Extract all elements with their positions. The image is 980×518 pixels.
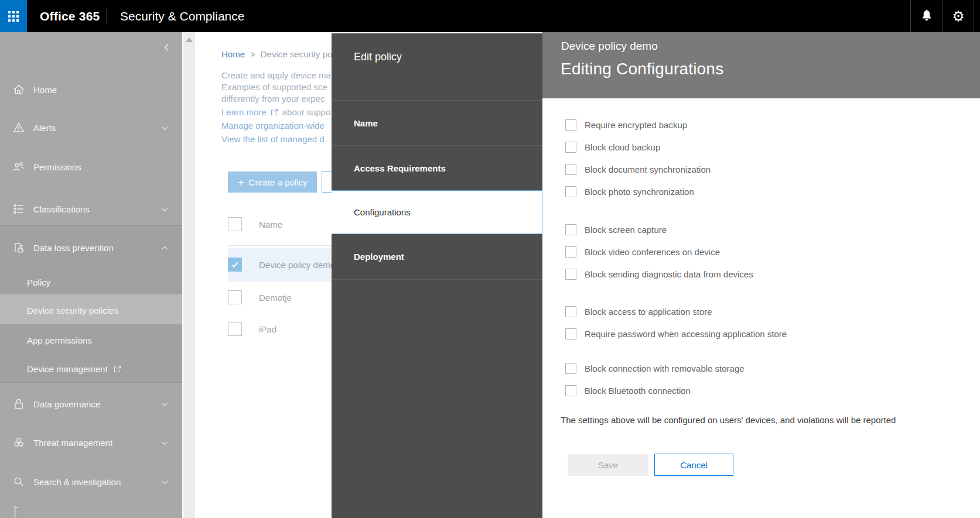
security-compliance-app: Home > Device security polic Create and … (0, 0, 980, 518)
manage-org-devices-link[interactable]: Manage organization-wide (221, 119, 325, 131)
list-icon (12, 203, 25, 215)
edit-policy-title: Edit policy (354, 49, 402, 65)
settings-footer-note: The settings above will be configured on… (561, 415, 896, 425)
intro-text-line: Examples of supported sce (221, 81, 327, 92)
sidebar-item-data-loss-prevention[interactable]: Data loss prevention (0, 239, 182, 256)
checkbox[interactable] (565, 186, 576, 197)
checkbox[interactable] (565, 306, 576, 317)
config-option: Require encrypted backup (565, 114, 687, 136)
top-app-bar: Office 365 Security & Compliance ⚙ (0, 0, 980, 32)
edit-nav-configurations-selected[interactable]: Configurations (332, 190, 542, 234)
lock-icon (12, 397, 25, 410)
sidebar-item-partial-bottom[interactable] (0, 505, 182, 518)
panel-header: Device policy demo Editing Configuration… (542, 32, 980, 98)
product-title: Security & Compliance (120, 0, 244, 32)
brand-title[interactable]: Office 365 (40, 0, 100, 32)
app-launcher-button[interactable] (0, 0, 27, 32)
checkbox[interactable] (565, 164, 576, 175)
intro-text-line: Create and apply device ma (221, 69, 331, 81)
checkbox[interactable] (565, 269, 576, 280)
sidebar-item-threat-management[interactable]: Threat management (0, 434, 182, 451)
config-option: Block Bluetooth connection (565, 379, 691, 402)
divider (332, 279, 542, 280)
breadcrumb-current: Device security polic (261, 49, 341, 59)
gear-icon: ⚙ (952, 9, 965, 23)
config-option: Require password when accessing applicat… (565, 323, 787, 345)
config-option: Block access to application store (565, 300, 712, 323)
edit-policy-panel: Edit policy Name Access Requirements Con… (332, 33, 542, 518)
settings-button[interactable]: ⚙ (943, 0, 974, 32)
configurations-panel: Device policy demo Editing Configuration… (542, 32, 980, 518)
chevron-down-icon (160, 400, 169, 409)
sidebar-item-search-investigation[interactable]: Search & investigation (0, 473, 182, 490)
plus-icon (237, 176, 244, 188)
breadcrumb-separator: > (250, 49, 255, 59)
learn-more-link[interactable]: Learn more (221, 107, 267, 117)
chevron-down-icon (160, 438, 169, 448)
notifications-button[interactable] (911, 0, 943, 32)
panel-title: Editing Configurations (561, 60, 723, 78)
select-all-checkbox[interactable] (228, 217, 242, 231)
create-policy-button[interactable]: Create a policy (228, 171, 317, 193)
home-icon (12, 83, 25, 96)
edit-nav-deployment[interactable]: Deployment (332, 234, 542, 279)
config-option: Block video conferences on device (565, 241, 720, 263)
chevron-down-icon (160, 478, 169, 487)
sidebar-item-home[interactable]: Home (0, 81, 182, 98)
checkbox[interactable] (565, 119, 576, 131)
config-option: Block screen capture (565, 218, 667, 241)
collapse-sidebar-icon[interactable] (162, 42, 172, 53)
biohazard-icon (12, 436, 25, 449)
edit-nav-name[interactable]: Name (332, 101, 542, 146)
config-option: Block photo synchronization (565, 180, 694, 203)
topbar-divider (107, 7, 107, 25)
intro-text-line: differently from your expec (221, 92, 325, 104)
left-navigation: Home Alerts Permissions Classifications … (0, 32, 182, 518)
people-icon (12, 160, 25, 173)
checkbox[interactable] (565, 363, 576, 374)
row-checkbox[interactable] (228, 290, 242, 304)
scroll-up-arrow-icon[interactable] (186, 37, 193, 42)
topbar-divider (974, 0, 974, 32)
chevron-up-icon (160, 243, 169, 253)
chevron-down-icon (160, 124, 169, 133)
chart-icon (12, 507, 25, 518)
content-scrollbar[interactable] (183, 32, 195, 518)
sidebar-item-classifications[interactable]: Classifications (0, 200, 182, 218)
breadcrumb: Home > Device security polic (221, 49, 341, 59)
sidebar-item-alerts[interactable]: Alerts (0, 119, 182, 136)
config-option: Block cloud backup (565, 136, 660, 158)
intro-text-line: Learn more about suppo (221, 106, 330, 118)
sidebar-item-app-permissions[interactable]: App permissions (0, 331, 209, 349)
checkbox[interactable] (565, 328, 576, 339)
sidebar-item-device-security-policies[interactable]: Device security policies (0, 301, 209, 319)
sidebar-item-data-governance[interactable]: Data governance (0, 395, 182, 413)
document-lock-icon (12, 241, 25, 254)
row-checkbox-checked[interactable] (228, 258, 242, 272)
external-link-icon (113, 365, 122, 373)
save-button[interactable]: Save (568, 454, 648, 476)
search-icon (12, 475, 25, 488)
config-option: Block sending diagnostic data from devic… (565, 263, 753, 285)
external-link-icon (270, 108, 279, 116)
checkbox[interactable] (565, 142, 576, 153)
sidebar-item-device-management[interactable]: Device management (0, 360, 209, 378)
config-option: Block document synchronization (565, 158, 711, 180)
row-checkbox[interactable] (228, 322, 242, 336)
policy-name: Device policy demo (561, 40, 658, 53)
edit-nav-access-requirements[interactable]: Access Requirements (332, 146, 542, 191)
checkbox[interactable] (565, 385, 576, 396)
checkbox[interactable] (565, 246, 576, 258)
alert-icon (12, 121, 25, 134)
breadcrumb-home-link[interactable]: Home (221, 49, 245, 59)
chevron-down-icon (160, 205, 169, 214)
sidebar-item-policy[interactable]: Policy (0, 273, 209, 291)
app-launcher-grid-icon (8, 11, 19, 22)
table-header-name: Name (259, 219, 282, 229)
bell-icon (920, 8, 934, 25)
cancel-button[interactable]: Cancel (654, 454, 733, 476)
config-option: Block connection with removable storage (565, 357, 745, 379)
checkbox[interactable] (565, 224, 576, 235)
view-managed-devices-link[interactable]: View the list of managed d (221, 133, 325, 145)
sidebar-item-permissions[interactable]: Permissions (0, 158, 182, 176)
